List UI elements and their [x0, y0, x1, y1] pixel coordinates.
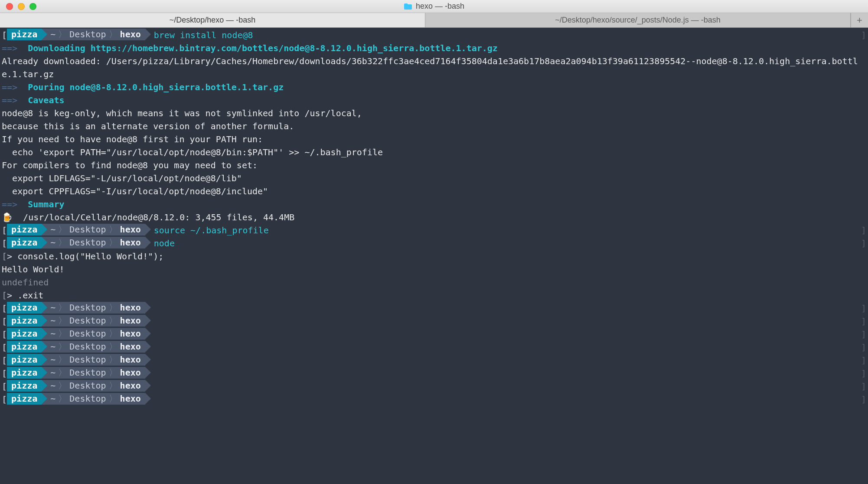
brew-summary: 🍺 /usr/local/Cellar/node@8/8.12.0: 3,455…: [2, 211, 866, 224]
prompt-line: [pizza~〉Desktop〉hexobrew install node@8]: [2, 29, 866, 42]
window-title: hexo — -bash: [416, 2, 464, 11]
new-tab-button[interactable]: +: [851, 13, 868, 27]
prompt-path: ~〉Desktop〉hexo: [42, 315, 145, 327]
prompt-line: [pizza~〉Desktop〉hexosource ~/.bash_profi…: [2, 224, 866, 237]
prompt-path: ~〉Desktop〉hexo: [42, 302, 145, 314]
prompt-line: [pizza~〉Desktop〉hexo]: [2, 367, 866, 380]
tab-label: ~/Desktop/hexo/source/_posts/Node.js — -…: [555, 16, 721, 25]
prompt-user: pizza: [7, 224, 42, 235]
prompt-line: [pizza~〉Desktop〉hexonode]: [2, 237, 866, 250]
prompt-path: ~〉Desktop〉hexo: [42, 341, 145, 353]
prompt-path: ~〉Desktop〉hexo: [42, 29, 145, 40]
prompt-user: pizza: [7, 367, 42, 379]
prompt-path: ~〉Desktop〉hexo: [42, 367, 145, 379]
tab-label: ~/Desktop/hexo — -bash: [170, 16, 256, 25]
prompt-user: pizza: [7, 237, 42, 249]
prompt-user: pizza: [7, 393, 42, 405]
tab-hexo-bash[interactable]: ~/Desktop/hexo — -bash: [0, 13, 425, 27]
brew-caveats-line: If you need to have node@8 first in your…: [2, 133, 866, 146]
close-button[interactable]: [6, 3, 13, 10]
prompt-user: pizza: [7, 341, 42, 353]
prompt-user: pizza: [7, 354, 42, 366]
brew-summary-header: Summary: [28, 199, 64, 209]
brew-caveats-line: because this is an alternate version of …: [2, 120, 866, 133]
brew-already-downloaded: Already downloaded: /Users/pizza/Library…: [2, 55, 866, 81]
brew-caveats-line: echo 'export PATH="/usr/local/opt/node@8…: [2, 146, 866, 159]
brew-arrow: ==>: [2, 43, 17, 53]
prompt-line: [pizza~〉Desktop〉hexo]: [2, 302, 866, 315]
prompt-path: ~〉Desktop〉hexo: [42, 354, 145, 366]
repl-input: [> console.log("Hello World!");: [2, 250, 866, 263]
brew-caveats-line: For compilers to find node@8 you may nee…: [2, 159, 866, 172]
command-text: source ~/.bash_profile: [145, 225, 269, 235]
prompt-line: [pizza~〉Desktop〉hexo]: [2, 380, 866, 393]
prompt-line: [pizza~〉Desktop〉hexo]: [2, 315, 866, 328]
brew-caveats-line: export CPPFLAGS="-I/usr/local/opt/node@8…: [2, 185, 866, 198]
brew-caveats-header: Caveats: [28, 95, 64, 105]
prompt-path: ~〉Desktop〉hexo: [42, 393, 145, 405]
terminal-output[interactable]: [pizza~〉Desktop〉hexobrew install node@8]…: [0, 28, 868, 484]
brew-downloading: Downloading https://homebrew.bintray.com…: [28, 43, 498, 53]
maximize-button[interactable]: [29, 3, 36, 10]
repl-undefined: undefined: [2, 276, 866, 289]
prompt-path: ~〉Desktop〉hexo: [42, 224, 145, 235]
brew-caveats-line: export LDFLAGS="-L/usr/local/opt/node@8/…: [2, 172, 866, 185]
titlebar: hexo — -bash: [0, 0, 868, 13]
minimize-button[interactable]: [18, 3, 25, 10]
window-controls: [0, 3, 36, 10]
brew-caveats-line: node@8 is keg-only, which means it was n…: [2, 107, 866, 120]
brew-pouring: Pouring node@8-8.12.0.high_sierra.bottle…: [28, 82, 284, 92]
prompt-line: [pizza~〉Desktop〉hexo]: [2, 393, 866, 406]
command-text: brew install node@8: [145, 30, 253, 40]
repl-output: Hello World!: [2, 263, 866, 276]
tab-bar: ~/Desktop/hexo — -bash ~/Desktop/hexo/so…: [0, 13, 868, 28]
prompt-line: [pizza~〉Desktop〉hexo]: [2, 328, 866, 341]
prompt-path: ~〉Desktop〉hexo: [42, 380, 145, 392]
prompt-user: pizza: [7, 380, 42, 392]
folder-icon: [404, 3, 412, 10]
prompt-user: pizza: [7, 29, 42, 40]
tab-nodejs-bash[interactable]: ~/Desktop/hexo/source/_posts/Node.js — -…: [425, 13, 851, 27]
plus-icon: +: [857, 15, 862, 26]
repl-exit: [> .exit: [2, 289, 866, 302]
prompt-line: [pizza~〉Desktop〉hexo]: [2, 354, 866, 367]
prompt-line: [pizza~〉Desktop〉hexo]: [2, 341, 866, 354]
prompt-user: pizza: [7, 328, 42, 340]
prompt-path: ~〉Desktop〉hexo: [42, 237, 145, 249]
prompt-path: ~〉Desktop〉hexo: [42, 328, 145, 340]
prompt-user: pizza: [7, 315, 42, 327]
prompt-user: pizza: [7, 302, 42, 314]
